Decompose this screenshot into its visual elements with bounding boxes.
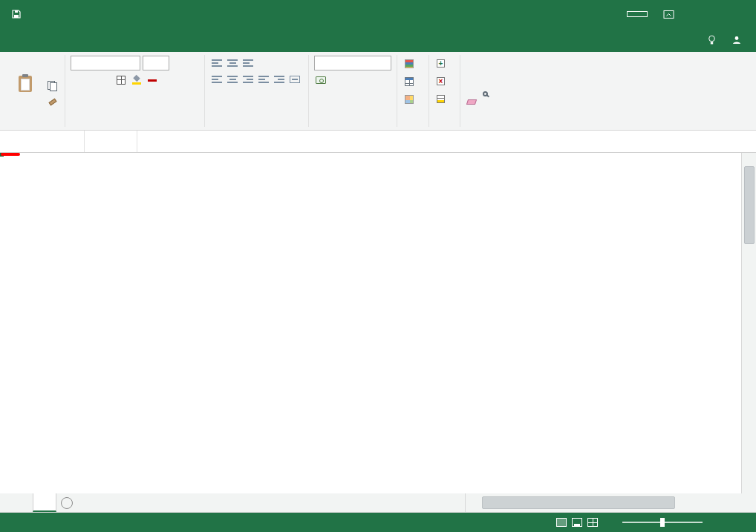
format-painter-button[interactable]: [46, 95, 59, 109]
delete-cells-button[interactable]: [434, 73, 454, 89]
align-right-button[interactable]: [241, 72, 255, 86]
wrap-text-button[interactable]: [272, 56, 284, 70]
fill-button[interactable]: [466, 79, 479, 93]
merge-center-button[interactable]: [288, 72, 303, 86]
qat-customize-button[interactable]: [68, 4, 79, 24]
format-painter-icon: [48, 98, 56, 105]
accounting-format-button[interactable]: [314, 73, 329, 87]
normal-view-button[interactable]: [556, 518, 567, 527]
undo-button[interactable]: [27, 4, 45, 24]
decrease-indent-button[interactable]: [257, 72, 270, 86]
format-as-table-icon: [405, 77, 414, 86]
sign-in-button[interactable]: [627, 11, 648, 17]
font-color-button[interactable]: [146, 73, 160, 87]
scroll-down-button[interactable]: [742, 481, 756, 493]
expand-formula-bar-button[interactable]: [741, 131, 756, 152]
formula-input[interactable]: [137, 131, 741, 152]
zoom-slider[interactable]: [622, 522, 703, 523]
alignment-group: [205, 52, 308, 130]
sort-filter-button[interactable]: [481, 70, 494, 85]
name-box[interactable]: [0, 131, 85, 152]
styles-group: [397, 52, 428, 130]
horizontal-scrollbar[interactable]: [465, 493, 756, 512]
new-sheet-plus-icon: [61, 497, 73, 509]
align-middle-icon: [227, 59, 238, 67]
sheet-nav-left-button[interactable]: [0, 493, 16, 512]
font-size-select[interactable]: [143, 56, 169, 70]
vertical-scroll-thumb[interactable]: [744, 166, 755, 244]
excel-window: [0, 0, 756, 532]
cell-styles-icon: [405, 95, 414, 104]
sheet-nav-right-button[interactable]: [16, 493, 33, 512]
cell-styles-button[interactable]: [403, 91, 423, 107]
redo-button[interactable]: [48, 4, 65, 24]
comma-style-button[interactable]: [346, 73, 359, 87]
merge-center-icon: [290, 76, 300, 83]
font-color-icon: [148, 79, 157, 82]
cut-button[interactable]: [46, 62, 59, 76]
clipboard-group: [1, 52, 65, 130]
percent-style-button[interactable]: [331, 73, 344, 87]
borders-button[interactable]: [115, 73, 128, 87]
align-left-button[interactable]: [210, 72, 224, 86]
insert-cells-icon: [437, 59, 445, 68]
format-cells-button[interactable]: [434, 91, 454, 107]
status-bar: [0, 513, 756, 532]
underline-button[interactable]: [100, 73, 113, 87]
decrease-decimal-button[interactable]: [329, 89, 342, 103]
page-layout-view-button[interactable]: [572, 518, 582, 527]
help-button[interactable]: [708, 35, 720, 45]
bold-button[interactable]: [71, 73, 83, 87]
autosum-button[interactable]: [466, 62, 479, 76]
font-name-select[interactable]: [71, 56, 140, 70]
align-bottom-icon: [243, 59, 253, 67]
scroll-up-button[interactable]: [742, 153, 756, 165]
fill-color-button[interactable]: [131, 73, 144, 87]
vertical-scrollbar[interactable]: [741, 153, 756, 493]
italic-button[interactable]: [85, 73, 98, 87]
ribbon-display-options-icon[interactable]: [659, 4, 677, 24]
ribbon-tab-bar: [0, 28, 756, 52]
align-bottom-button[interactable]: [241, 56, 255, 70]
format-as-table-button[interactable]: [403, 73, 423, 89]
paste-button[interactable]: [7, 76, 44, 95]
clear-button[interactable]: [466, 95, 479, 109]
magnifier-icon: [483, 91, 488, 96]
maximize-button[interactable]: [704, 4, 728, 24]
find-select-button[interactable]: [481, 87, 494, 101]
zoom-slider-thumb[interactable]: [660, 518, 665, 527]
save-button[interactable]: [7, 4, 25, 24]
quick-access-toolbar: [0, 4, 79, 24]
editing-group: [460, 52, 499, 130]
close-button[interactable]: [729, 4, 753, 24]
sheet-tab-microexcel[interactable]: [33, 493, 56, 512]
row-selection-annotation: [1, 153, 20, 156]
sheet-tab-bar: [0, 493, 756, 513]
decrease-font-button[interactable]: [186, 56, 199, 70]
increase-indent-button[interactable]: [273, 72, 286, 86]
increase-indent-icon: [274, 75, 284, 83]
page-break-view-button[interactable]: [587, 518, 598, 527]
person-icon: [732, 36, 741, 45]
horizontal-scroll-thumb[interactable]: [482, 496, 675, 509]
copy-button[interactable]: [46, 79, 59, 93]
orientation-button[interactable]: [257, 56, 270, 70]
borders-icon: [117, 76, 126, 85]
minimize-button[interactable]: [679, 4, 703, 24]
align-top-button[interactable]: [210, 56, 224, 70]
format-cells-icon: [437, 95, 445, 103]
increase-font-button[interactable]: [172, 56, 184, 70]
share-button[interactable]: [732, 36, 746, 45]
insert-cells-button[interactable]: [434, 56, 454, 71]
sheet-grid: [0, 153, 741, 493]
conditional-formatting-button[interactable]: [403, 56, 423, 71]
lightbulb-icon: [708, 35, 716, 45]
align-center-button[interactable]: [226, 72, 239, 86]
align-left-icon: [212, 75, 222, 83]
align-middle-button[interactable]: [226, 56, 239, 70]
number-format-select[interactable]: [314, 56, 391, 70]
increase-decimal-button[interactable]: [314, 89, 327, 103]
font-group: [65, 52, 204, 130]
new-sheet-button[interactable]: [56, 493, 77, 512]
ribbon: [0, 52, 756, 131]
